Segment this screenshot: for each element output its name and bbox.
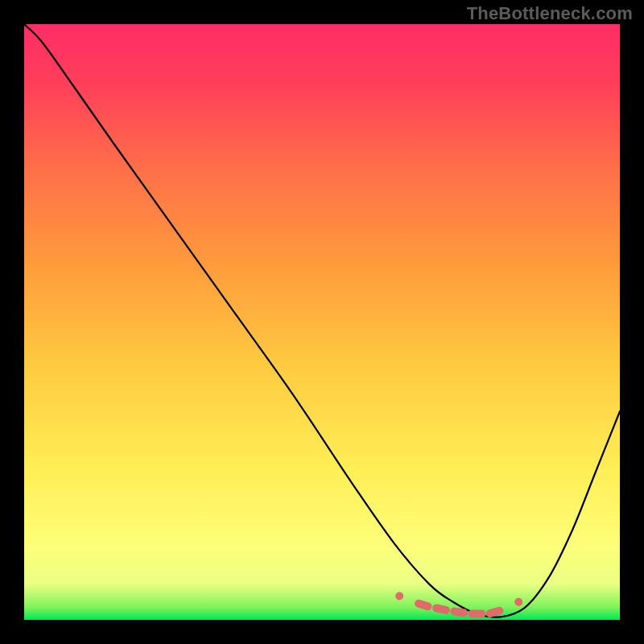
marker-point — [468, 610, 485, 618]
plot-area — [24, 24, 620, 620]
marker-point — [414, 598, 433, 611]
bottleneck-curve — [24, 24, 620, 617]
marker-point — [394, 590, 405, 601]
watermark-text: TheBottleneck.com — [467, 3, 633, 24]
curve-svg — [24, 24, 620, 620]
marker-point — [513, 597, 524, 608]
chart-frame: TheBottleneck.com — [0, 0, 644, 644]
marker-group — [394, 590, 524, 618]
marker-point — [431, 604, 451, 615]
